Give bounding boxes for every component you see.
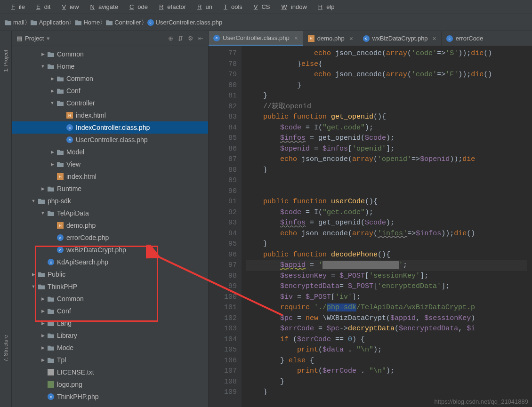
code-line[interactable]: } xyxy=(246,387,527,398)
close-icon[interactable]: × xyxy=(433,35,436,42)
code-line[interactable]: } xyxy=(246,239,527,250)
tree-item[interactable]: ▶Mode xyxy=(12,342,208,354)
editor-tab[interactable]: cerrorCode xyxy=(442,31,489,46)
code-line[interactable]: //获取openid xyxy=(246,102,527,112)
breadcrumb-item[interactable]: Application xyxy=(31,19,69,26)
close-icon[interactable]: × xyxy=(294,34,298,42)
tree-item[interactable]: cKdApiSearch.php xyxy=(12,256,208,268)
menu-view[interactable]: View xyxy=(54,3,82,10)
tree-arrow-icon[interactable]: ▼ xyxy=(49,101,55,105)
code-line[interactable]: $encryptedData= $_POST['encryptedData']; xyxy=(246,281,527,292)
tree-item[interactable]: cUserController.class.php xyxy=(12,134,208,146)
code-line[interactable]: $pc = new \WXBizDataCrypt($appid, $sessi… xyxy=(246,313,527,324)
code-line[interactable]: public function decodePhone(){ xyxy=(246,250,527,261)
tree-item[interactable]: cThinkPHP.php xyxy=(12,391,208,403)
tree-arrow-icon[interactable]: ▶ xyxy=(49,76,55,81)
code-line[interactable]: $openid = $infos['openid']; xyxy=(246,144,527,155)
tree-arrow-icon[interactable]: ▼ xyxy=(31,199,36,203)
tree-arrow-icon[interactable]: ▶ xyxy=(40,321,46,326)
collapse-icon[interactable]: ⇵ xyxy=(178,35,183,42)
tree-arrow-icon[interactable]: ▶ xyxy=(40,345,46,350)
code-line[interactable]: print($data . "\n"); xyxy=(246,345,527,356)
code-line[interactable]: echo json_encode(array('openid'=>$openid… xyxy=(246,154,527,165)
code-line[interactable]: $errCode = $pc->decryptData($encryptedDa… xyxy=(246,324,527,335)
tree-arrow-icon[interactable]: ▶ xyxy=(40,52,46,56)
tree-item[interactable]: ▶Tpl xyxy=(12,354,208,366)
locate-icon[interactable]: ⊕ xyxy=(168,35,173,42)
tree-item[interactable]: ▼Home xyxy=(12,60,208,72)
code-line[interactable]: if ($errCode == 0) { xyxy=(246,335,527,345)
code-line[interactable]: public function get_openid(){ xyxy=(246,112,527,123)
menu-vcs[interactable]: VCS xyxy=(246,3,274,10)
tree-item[interactable]: ▼Controller xyxy=(12,97,208,109)
code-editor[interactable]: 7778798081828384858687888990919293949596… xyxy=(209,46,532,407)
code-line[interactable]: print($errCode . "\n"); xyxy=(246,366,527,377)
code-line[interactable] xyxy=(246,186,527,197)
tree-item[interactable]: ▶Public xyxy=(12,268,208,280)
tree-arrow-icon[interactable]: ▶ xyxy=(40,309,46,313)
menu-run[interactable]: Run xyxy=(190,3,216,10)
tree-arrow-icon[interactable]: ▼ xyxy=(31,284,36,289)
code-line[interactable]: $appid = 'wxxxxxxxxxxxxxxxxx'; xyxy=(246,260,527,271)
code-line[interactable]: $infos = get_openid($code); xyxy=(246,218,527,229)
tree-item[interactable]: ▶View xyxy=(12,158,208,170)
menu-window[interactable]: Window xyxy=(274,3,311,10)
tree-arrow-icon[interactable]: ▼ xyxy=(40,64,46,69)
tree-item[interactable]: LICENSE.txt xyxy=(12,366,208,378)
tree-item[interactable]: ▶Conf xyxy=(12,305,208,317)
code-line[interactable]: } xyxy=(246,91,527,102)
tree-arrow-icon[interactable]: ▶ xyxy=(40,333,46,338)
tree-arrow-icon[interactable]: ▶ xyxy=(49,162,55,167)
code-line[interactable]: echo json_encode(array('code'=>'S'));die… xyxy=(246,48,527,59)
code-line[interactable]: } xyxy=(246,377,527,388)
breadcrumb-item[interactable]: mall xyxy=(5,19,24,26)
code-content[interactable]: echo json_encode(array('code'=>'S'));die… xyxy=(242,46,532,407)
tree-item[interactable]: ▶Conf xyxy=(12,85,208,97)
breadcrumb-item[interactable]: Home xyxy=(75,19,100,26)
tree-arrow-icon[interactable]: ▶ xyxy=(49,88,55,93)
menu-code[interactable]: Code xyxy=(122,3,152,10)
menu-help[interactable]: Help xyxy=(311,3,339,10)
code-line[interactable]: } xyxy=(246,80,527,91)
hide-icon[interactable]: ⇤ xyxy=(198,35,203,42)
tree-arrow-icon[interactable]: ▼ xyxy=(40,211,46,215)
tree-item[interactable]: cwxBizDataCrypt.php xyxy=(12,244,208,256)
menu-file[interactable]: File xyxy=(4,3,29,10)
tree-arrow-icon[interactable]: ▶ xyxy=(49,150,55,154)
tree-arrow-icon[interactable]: ▶ xyxy=(40,358,46,362)
code-line[interactable]: echo json_encode(array('code'=>'F'));die… xyxy=(246,70,527,80)
tree-arrow-icon[interactable]: ▶ xyxy=(40,296,46,301)
code-line[interactable]: $sessionKey = $_POST['sessionKey']; xyxy=(246,271,527,282)
project-tree[interactable]: ▶Common▼Home▶Common▶Conf▼ControllerHinde… xyxy=(12,46,208,407)
tree-item[interactable]: cerrorCode.php xyxy=(12,231,208,244)
code-line[interactable]: }else{ xyxy=(246,59,527,70)
tree-item[interactable]: ▶Runtime xyxy=(12,183,208,195)
tree-item[interactable]: ▶Common xyxy=(12,293,208,305)
tree-item[interactable]: cIndexController.class.php xyxy=(12,121,208,134)
menu-edit[interactable]: Edit xyxy=(29,3,54,10)
tree-item[interactable]: ▼ThinkPHP xyxy=(12,280,208,293)
menu-refactor[interactable]: Refactor xyxy=(152,3,190,10)
tree-arrow-icon[interactable]: ▶ xyxy=(40,186,46,191)
structure-tool-tab[interactable]: 7: Structure xyxy=(3,335,8,362)
tree-arrow-icon[interactable]: ▶ xyxy=(31,272,36,277)
tree-item[interactable]: Hdemo.php xyxy=(12,219,208,231)
tree-item[interactable]: ▶Common xyxy=(12,72,208,85)
menu-tools[interactable]: Tools xyxy=(216,3,246,10)
code-line[interactable]: public function userCode(){ xyxy=(246,197,527,207)
code-line[interactable]: } else { xyxy=(246,356,527,367)
chevron-down-icon[interactable]: ▾ xyxy=(47,35,50,42)
code-line[interactable]: $code = I("get.code"); xyxy=(246,123,527,134)
tree-item[interactable]: ▶Common xyxy=(12,48,208,60)
code-line[interactable]: } xyxy=(246,165,527,176)
tree-item[interactable]: Hindex.html xyxy=(12,109,208,121)
code-line[interactable]: $iv = $_POST['iv']; xyxy=(246,292,527,303)
menu-navigate[interactable]: Navigate xyxy=(83,3,122,10)
tree-item[interactable]: ▼TelApiData xyxy=(12,207,208,219)
close-icon[interactable]: × xyxy=(349,35,353,42)
code-line[interactable] xyxy=(246,176,527,186)
editor-tab[interactable]: Hdemo.php× xyxy=(303,31,358,46)
project-tool-tab[interactable]: 1: Project xyxy=(3,50,8,72)
code-line[interactable]: require './php-sdk/TelApiData/wxBizDataC… xyxy=(246,303,527,313)
code-line[interactable]: $infos = get_openid($code); xyxy=(246,133,527,144)
